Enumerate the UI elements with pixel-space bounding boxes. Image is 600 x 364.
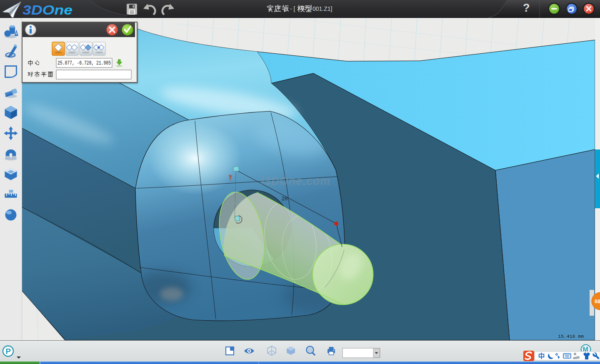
svg-text:- [: - [: [290, 5, 295, 12]
svg-text:001.Z1]: 001.Z1]: [312, 5, 332, 12]
svg-text:14: 14: [577, 357, 579, 359]
svg-text:15.416 mm: 15.416 mm: [558, 334, 584, 339]
svg-text:1.5: 1.5: [228, 201, 236, 206]
svg-text:3DOne: 3DOne: [22, 3, 72, 17]
svg-text:25.877, -6.728, 21.985: 25.877, -6.728, 21.985: [58, 60, 111, 66]
svg-text:68: 68: [595, 299, 600, 304]
svg-text:i3DOne.com: i3DOne.com: [261, 175, 331, 187]
svg-text:P: P: [6, 347, 11, 356]
svg-text:20: 20: [282, 196, 288, 202]
